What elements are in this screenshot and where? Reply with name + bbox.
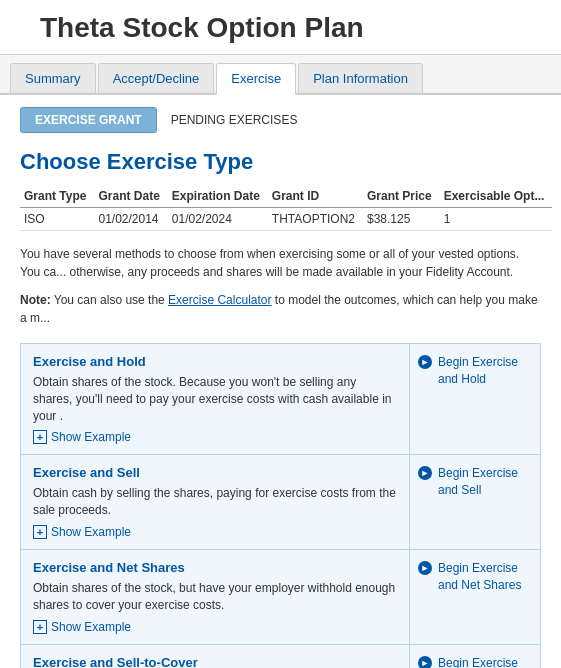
cell-grant-price: $38.125 <box>363 208 440 231</box>
tab-accept-decline[interactable]: Accept/Decline <box>98 63 215 93</box>
col-grant-type: Grant Type <box>20 185 94 208</box>
begin-sell-arrow-icon: ► <box>418 466 432 480</box>
begin-net-shares-arrow-icon: ► <box>418 561 432 575</box>
exercise-sell-right: ► Begin Exercise and Sell <box>410 455 540 549</box>
table-row: ISO 01/02/2014 01/02/2024 THTAOPTION2 $3… <box>20 208 552 231</box>
tab-plan-information[interactable]: Plan Information <box>298 63 423 93</box>
exercise-hold-title: Exercise and Hold <box>33 354 397 369</box>
begin-sell-to-cover-arrow-icon: ► <box>418 656 432 668</box>
begin-hold-link[interactable]: Begin Exercise and Hold <box>438 354 532 388</box>
note-text: Note: You can also use the Exercise Calc… <box>20 291 541 327</box>
exercise-net-shares-card: Exercise and Net Shares Obtain shares of… <box>20 549 541 644</box>
exercise-net-shares-right: ► Begin Exercise and Net Shares <box>410 550 540 644</box>
page-title: Theta Stock Option Plan <box>40 12 541 44</box>
info-text: You have several methods to choose from … <box>20 245 541 281</box>
exercise-hold-show-example[interactable]: + Show Example <box>33 430 397 444</box>
exercise-sell-desc: Obtain cash by selling the shares, payin… <box>33 485 397 519</box>
exercise-net-shares-title: Exercise and Net Shares <box>33 560 397 575</box>
col-grant-price: Grant Price <box>363 185 440 208</box>
sub-tabs: EXERCISE GRANT PENDING EXERCISES <box>0 95 561 145</box>
cell-grant-date: 01/02/2014 <box>94 208 167 231</box>
exercise-sell-left: Exercise and Sell Obtain cash by selling… <box>21 455 410 549</box>
exercise-hold-right: ► Begin Exercise and Hold <box>410 344 540 454</box>
plus-icon: + <box>33 430 47 444</box>
exercise-options: Exercise and Hold Obtain shares of the s… <box>20 343 541 668</box>
plus-icon: + <box>33 620 47 634</box>
exercise-net-shares-show-example[interactable]: + Show Example <box>33 620 397 634</box>
main-tabs: Summary Accept/Decline Exercise Plan Inf… <box>0 55 561 95</box>
tab-summary[interactable]: Summary <box>10 63 96 93</box>
begin-sell-to-cover-link[interactable]: Begin Exercise and... <box>438 655 532 668</box>
page-header: Theta Stock Option Plan <box>0 0 561 55</box>
begin-net-shares-link[interactable]: Begin Exercise and Net Shares <box>438 560 532 594</box>
note-label: Note: <box>20 293 51 307</box>
exercise-sell-title: Exercise and Sell <box>33 465 397 480</box>
grant-table: Grant Type Grant Date Expiration Date Gr… <box>20 185 552 231</box>
exercise-hold-card: Exercise and Hold Obtain shares of the s… <box>20 343 541 454</box>
exercise-net-shares-desc: Obtain shares of the stock, but have you… <box>33 580 397 614</box>
exercise-calculator-link[interactable]: Exercise Calculator <box>168 293 271 307</box>
cell-grant-type: ISO <box>20 208 94 231</box>
col-expiration-date: Expiration Date <box>168 185 268 208</box>
col-grant-id: Grant ID <box>268 185 363 208</box>
sub-tab-pending-exercises[interactable]: PENDING EXERCISES <box>157 108 312 132</box>
exercise-type-heading: Choose Exercise Type <box>20 145 541 175</box>
col-exercisable-opt: Exercisable Opt... <box>440 185 553 208</box>
begin-sell-link[interactable]: Begin Exercise and Sell <box>438 465 532 499</box>
exercise-sell-to-cover-card: Exercise and Sell-to-Cover ► Begin Exerc… <box>20 644 541 668</box>
sub-tab-exercise-grant[interactable]: EXERCISE GRANT <box>20 107 157 133</box>
col-grant-date: Grant Date <box>94 185 167 208</box>
main-content: Choose Exercise Type Grant Type Grant Da… <box>0 145 561 668</box>
exercise-sell-to-cover-left: Exercise and Sell-to-Cover <box>21 645 410 668</box>
exercise-sell-to-cover-right: ► Begin Exercise and... <box>410 645 540 668</box>
exercise-hold-desc: Obtain shares of the stock. Because you … <box>33 374 397 424</box>
exercise-net-shares-left: Exercise and Net Shares Obtain shares of… <box>21 550 410 644</box>
exercise-sell-to-cover-title: Exercise and Sell-to-Cover <box>33 655 397 668</box>
exercise-hold-left: Exercise and Hold Obtain shares of the s… <box>21 344 410 454</box>
exercise-sell-card: Exercise and Sell Obtain cash by selling… <box>20 454 541 549</box>
cell-grant-id: THTAOPTION2 <box>268 208 363 231</box>
cell-exercisable-opt: 1 <box>440 208 553 231</box>
plus-icon: + <box>33 525 47 539</box>
begin-hold-arrow-icon: ► <box>418 355 432 369</box>
exercise-sell-show-example[interactable]: + Show Example <box>33 525 397 539</box>
cell-expiration-date: 01/02/2024 <box>168 208 268 231</box>
tab-exercise[interactable]: Exercise <box>216 63 296 95</box>
